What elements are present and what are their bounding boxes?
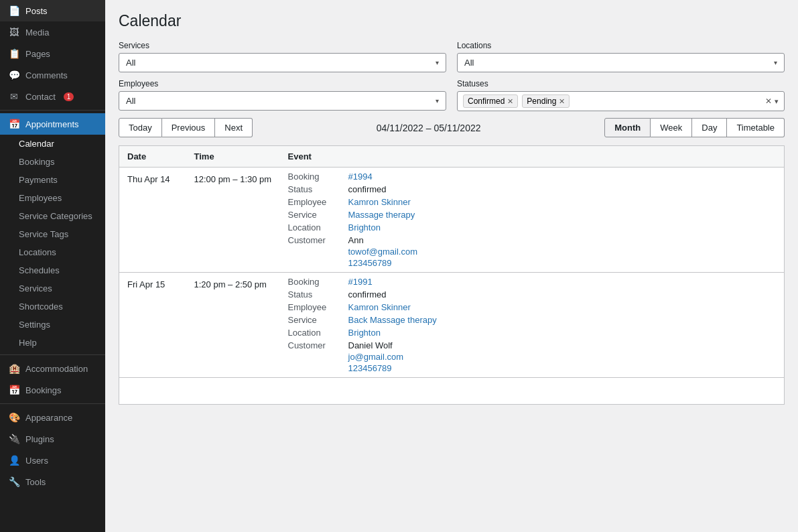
row2-customer-phone[interactable]: 123456789 xyxy=(348,363,404,373)
locations-value: All xyxy=(464,58,774,68)
locations-select[interactable]: All ▾ xyxy=(457,53,785,72)
row1-status-value: confirmed xyxy=(348,184,387,194)
sidebar-sub-bookings[interactable]: Bookings xyxy=(0,153,105,171)
pages-icon: 📋 xyxy=(8,48,20,59)
sidebar-item-accommodation-label: Accommodation xyxy=(25,364,88,374)
sidebar-item-contact-label: Contact xyxy=(25,92,56,102)
view-day-button[interactable]: Day xyxy=(692,118,727,137)
tools-icon: 🔧 xyxy=(8,476,20,487)
row2-status-value: confirmed xyxy=(348,289,387,300)
appearance-icon: 🎨 xyxy=(8,412,20,423)
today-button[interactable]: Today xyxy=(119,118,162,137)
sidebar-item-media-label: Media xyxy=(25,27,49,38)
location-label-2: Location xyxy=(288,328,348,338)
statuses-clear-icon[interactable]: ✕ xyxy=(765,96,772,106)
sidebar-divider-3 xyxy=(0,403,105,404)
sidebar-sub-settings[interactable]: Settings xyxy=(0,316,105,334)
sidebar-item-appearance[interactable]: 🎨 Appearance xyxy=(0,407,105,428)
row2-time: 1:20 pm – 2:50 pm xyxy=(186,273,280,378)
row1-service-link[interactable]: Massage therapy xyxy=(348,210,415,220)
row2-booking-link[interactable]: #1991 xyxy=(348,277,373,287)
statuses-chevron-icon[interactable]: ▾ xyxy=(775,97,779,106)
row1-employee-link[interactable]: Kamron Skinner xyxy=(348,197,411,207)
booking-label-2: Booking xyxy=(288,277,348,287)
services-select[interactable]: All ▾ xyxy=(119,53,446,72)
locations-label: Locations xyxy=(457,41,785,50)
row2-service-row: Service Back Massage therapy xyxy=(288,315,777,325)
statuses-filter-group: Statuses Confirmed ✕ Pending ✕ ✕ ▾ xyxy=(457,79,785,111)
sidebar-item-plugins[interactable]: 🔌 Plugins xyxy=(0,428,105,450)
row1-location-link[interactable]: Brighton xyxy=(348,222,381,232)
row2-customer-email[interactable]: jo@gmail.com xyxy=(348,352,404,362)
sidebar-item-pages-label: Pages xyxy=(25,49,50,59)
sidebar-item-pages[interactable]: 📋 Pages xyxy=(0,43,105,64)
remove-confirmed-button[interactable]: ✕ xyxy=(507,97,513,106)
statuses-actions: ✕ ▾ xyxy=(765,96,779,106)
sidebar-item-media[interactable]: 🖼 Media xyxy=(0,21,105,43)
row2-service-link[interactable]: Back Massage therapy xyxy=(348,315,437,325)
remove-pending-button[interactable]: ✕ xyxy=(559,97,565,106)
sidebar-sub-services[interactable]: Services xyxy=(0,279,105,297)
sidebar-item-plugins-label: Plugins xyxy=(25,434,54,444)
previous-button[interactable]: Previous xyxy=(162,118,216,137)
employees-select[interactable]: All ▾ xyxy=(119,91,446,111)
main-content: Calendar Services All ▾ Locations All ▾ … xyxy=(105,0,798,532)
table-row: Fri Apr 15 1:20 pm – 2:50 pm Booking #19… xyxy=(119,273,785,378)
locations-filter-group: Locations All ▾ xyxy=(457,41,785,72)
status-tag-pending: Pending ✕ xyxy=(522,94,570,108)
filters-row-2: Employees All ▾ Statuses Confirmed ✕ Pen… xyxy=(119,79,785,111)
row1-event: Booking #1994 Status confirmed Employee … xyxy=(280,168,785,273)
row2-status-row: Status confirmed xyxy=(288,289,777,300)
view-timetable-button[interactable]: Timetable xyxy=(727,118,785,137)
sidebar-item-bookings2[interactable]: 📅 Bookings xyxy=(0,379,105,401)
sidebar-item-users[interactable]: 👤 Users xyxy=(0,450,105,471)
view-week-button[interactable]: Week xyxy=(651,118,692,137)
sidebar-item-tools[interactable]: 🔧 Tools xyxy=(0,471,105,492)
services-chevron-icon: ▾ xyxy=(436,59,439,66)
sidebar-sub-service-categories[interactable]: Service Categories xyxy=(0,207,105,225)
row1-service-row: Service Massage therapy xyxy=(288,210,777,220)
sidebar-item-appointments[interactable]: 📅 Appointments xyxy=(0,113,105,135)
nav-buttons: Today Previous Next xyxy=(119,118,253,137)
view-buttons: Month Week Day Timetable xyxy=(604,118,785,137)
view-month-button[interactable]: Month xyxy=(604,118,651,137)
row2-location-link[interactable]: Brighton xyxy=(348,328,381,338)
next-button[interactable]: Next xyxy=(215,118,253,137)
row1-booking-link[interactable]: #1994 xyxy=(348,172,373,182)
empty-row-cell xyxy=(119,378,785,405)
row2-customer-row: Customer Daniel Wolf jo@gmail.com 123456… xyxy=(288,340,777,373)
date-range: 04/11/2022 – 05/11/2022 xyxy=(253,123,604,133)
statuses-label: Statuses xyxy=(457,79,785,88)
sidebar-item-bookings2-label: Bookings xyxy=(25,385,61,395)
row2-booking-row: Booking #1991 xyxy=(288,277,777,287)
row1-customer-name: Ann xyxy=(348,235,418,245)
row2-location-row: Location Brighton xyxy=(288,328,777,338)
sidebar-sub-payments[interactable]: Payments xyxy=(0,171,105,189)
posts-icon: 📄 xyxy=(8,5,20,16)
sidebar-sub-service-tags[interactable]: Service Tags xyxy=(0,225,105,243)
row1-customer-email[interactable]: towof@gmail.com xyxy=(348,247,418,257)
sidebar-sub-employees[interactable]: Employees xyxy=(0,189,105,207)
status-tag-confirmed: Confirmed ✕ xyxy=(463,94,518,108)
row2-event-inner: Booking #1991 Status confirmed Employee … xyxy=(288,277,777,373)
row1-event-inner: Booking #1994 Status confirmed Employee … xyxy=(288,172,777,268)
sidebar-item-comments[interactable]: 💬 Comments xyxy=(0,64,105,86)
sidebar-sub-calendar[interactable]: Calendar xyxy=(0,135,105,153)
row1-customer-phone[interactable]: 123456789 xyxy=(348,258,418,268)
employees-label: Employees xyxy=(119,79,446,88)
sidebar-sub-shortcodes[interactable]: Shortcodes xyxy=(0,297,105,316)
users-icon: 👤 xyxy=(8,455,20,466)
row2-employee-link[interactable]: Kamron Skinner xyxy=(348,302,411,312)
sidebar-item-posts[interactable]: 📄 Posts xyxy=(0,0,105,21)
sidebar-sub-help[interactable]: Help xyxy=(0,334,105,352)
sidebar-item-posts-label: Posts xyxy=(25,6,48,16)
sidebar-item-contact[interactable]: ✉ Contact 1 xyxy=(0,86,105,107)
sidebar-sub-locations[interactable]: Locations xyxy=(0,243,105,261)
sidebar-item-comments-label: Comments xyxy=(25,70,68,80)
sidebar-sub-schedules[interactable]: Schedules xyxy=(0,261,105,279)
row2-customer-block: Daniel Wolf jo@gmail.com 123456789 xyxy=(348,340,404,373)
statuses-select[interactable]: Confirmed ✕ Pending ✕ ✕ ▾ xyxy=(457,91,785,111)
sidebar-item-accommodation[interactable]: 🏨 Accommodation xyxy=(0,358,105,379)
row2-event: Booking #1991 Status confirmed Employee … xyxy=(280,273,785,378)
sidebar-item-appearance-label: Appearance xyxy=(25,413,72,423)
